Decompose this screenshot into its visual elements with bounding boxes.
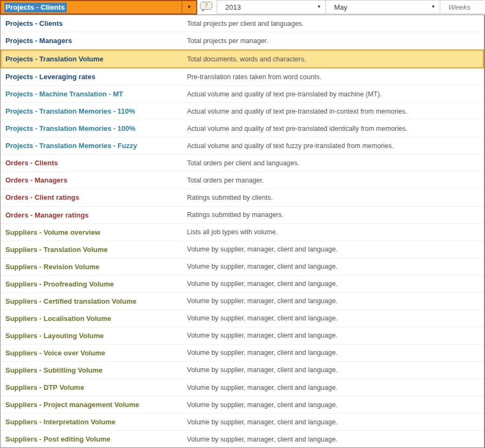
report-name: Projects - Managers — [5, 37, 187, 45]
report-picker-window: Projects - Clients ▼ ? 2013 ▼ May ▼ Week… — [0, 0, 485, 15]
report-description: Pre-translation rates taken from word co… — [187, 73, 321, 81]
year-dropdown[interactable]: 2013 ▼ — [217, 0, 326, 14]
report-dropdown-arrow-button[interactable]: ▼ — [182, 1, 196, 13]
list-item[interactable]: Suppliers - Project management VolumeVol… — [1, 396, 484, 414]
report-name: Suppliers - DTP Volume — [5, 383, 187, 391]
report-dropdown-selected-text: Projects - Clients — [4, 3, 67, 12]
report-description: Volume by supplier, manager, client and … — [187, 246, 337, 253]
report-description: Volume by supplier, manager, client and … — [187, 384, 337, 391]
month-dropdown[interactable]: May ▼ — [325, 0, 440, 14]
report-name: Suppliers - Post editing Volume — [5, 435, 187, 443]
toolbar: Projects - Clients ▼ ? 2013 ▼ May ▼ Week… — [0, 0, 485, 15]
report-name: Orders - Client ratings — [5, 193, 187, 201]
weeks-input-placeholder: Weeks — [448, 3, 470, 11]
list-item[interactable]: Suppliers - Volume overviewLists all job… — [1, 224, 484, 241]
report-description: Volume by supplier, manager, client and … — [187, 263, 337, 270]
report-name: Suppliers - Project management Volume — [5, 401, 187, 409]
report-list: Projects - ClientsTotal projects per cli… — [0, 15, 485, 448]
list-item[interactable]: Orders - Manager ratingsRatings submitte… — [1, 207, 484, 224]
report-name: Projects - Translation Memories - 100% — [5, 124, 187, 132]
report-description: Volume by supplier, manager, client and … — [187, 401, 337, 409]
report-description: Total orders per client and languages. — [187, 159, 299, 167]
report-dropdown-value: Projects - Clients — [1, 1, 182, 13]
report-name: Projects - Translation Memories - Fuzzy — [5, 142, 187, 150]
list-item[interactable]: Projects - Translation Memories - FuzzyA… — [1, 137, 484, 155]
month-dropdown-value: May — [334, 3, 348, 11]
report-name: Suppliers - Voice over Volume — [5, 349, 187, 357]
list-item[interactable]: Orders - ManagersTotal orders per manage… — [1, 172, 484, 189]
chevron-down-icon: ▼ — [317, 5, 321, 9]
report-description: Volume by supplier, manager, client and … — [187, 418, 337, 426]
report-description: Volume by supplier, manager, client and … — [187, 366, 337, 374]
report-description: Total orders per manager. — [187, 177, 264, 184]
report-description: Total documents, words and characters. — [187, 55, 306, 63]
list-item[interactable]: Suppliers - Subtitling VolumeVolume by s… — [1, 362, 484, 379]
report-name: Orders - Clients — [5, 159, 187, 167]
report-description: Volume by supplier, manager, client and … — [187, 332, 337, 339]
chevron-down-icon: ▼ — [431, 5, 435, 9]
list-item[interactable]: Projects - ClientsTotal projects per cli… — [1, 15, 484, 32]
report-description: Actual volume and quality of text pre-tr… — [187, 90, 382, 98]
weeks-input[interactable]: Weeks — [440, 0, 485, 14]
report-description: Lists all job types with volume. — [187, 228, 278, 236]
report-name: Suppliers - Volume overview — [5, 228, 187, 236]
report-name: Suppliers - Proofreading Volume — [5, 280, 187, 288]
report-name: Projects - Translation Memories - 110% — [5, 107, 187, 115]
report-name: Suppliers - Localisation Volume — [5, 314, 187, 323]
report-name: Suppliers - Certified translation Volume — [5, 297, 187, 305]
list-item[interactable]: Projects - Translation Memories - 110%Ac… — [1, 103, 484, 120]
list-item[interactable]: Suppliers - Translation VolumeVolume by … — [1, 241, 484, 258]
report-name: Orders - Manager ratings — [5, 211, 187, 219]
list-item[interactable]: Suppliers - Certified translation Volume… — [1, 293, 484, 310]
report-name: Suppliers - Interpretation Volume — [5, 418, 187, 426]
report-name: Projects - Clients — [5, 19, 187, 27]
help-icon[interactable]: ? — [200, 2, 212, 10]
list-item[interactable]: Projects - ManagersTotal projects per ma… — [1, 32, 484, 50]
report-description: Total projects per manager. — [187, 37, 268, 45]
report-name: Projects - Machine Translation - MT — [5, 90, 187, 98]
report-name: Suppliers - Subtitling Volume — [5, 366, 187, 374]
report-description: Volume by supplier, manager, client and … — [187, 436, 337, 443]
list-item[interactable]: Projects - Machine Translation - MTActua… — [1, 86, 484, 103]
list-item[interactable]: Orders - ClientsTotal orders per client … — [1, 155, 484, 172]
chevron-down-icon: ▼ — [187, 5, 192, 10]
report-name: Projects - Leveraging rates — [5, 73, 187, 81]
list-item[interactable]: Suppliers - Proofreading VolumeVolume by… — [1, 276, 484, 293]
report-name: Suppliers - Layouting Volume — [5, 332, 187, 340]
report-description: Ratings submitted by clients. — [187, 194, 273, 201]
report-description: Actual volume and quality of text fuzzy … — [187, 142, 394, 150]
report-description: Ratings submitted by managers. — [187, 211, 283, 219]
report-dropdown[interactable]: Projects - Clients ▼ — [0, 0, 197, 15]
list-item[interactable]: Suppliers - Localisation VolumeVolume by… — [1, 310, 484, 327]
list-item[interactable]: Projects - Translation VolumeTotal docum… — [1, 50, 484, 68]
list-item[interactable]: Suppliers - DTP VolumeVolume by supplier… — [1, 379, 484, 396]
list-item[interactable]: Suppliers - Interpretation VolumeVolume … — [1, 414, 484, 431]
list-item[interactable]: Orders - Client ratingsRatings submitted… — [1, 189, 484, 206]
report-name: Orders - Managers — [5, 176, 187, 184]
report-description: Total projects per client and languages. — [187, 20, 304, 27]
list-item[interactable]: Suppliers - Voice over VolumeVolume by s… — [1, 345, 484, 362]
list-item[interactable]: Suppliers - Post editing VolumeVolume by… — [1, 431, 484, 447]
report-description: Volume by supplier, manager, client and … — [187, 314, 337, 322]
report-name: Suppliers - Revision Volume — [5, 263, 187, 271]
report-name: Projects - Translation Volume — [5, 55, 187, 63]
year-dropdown-value: 2013 — [225, 3, 241, 11]
report-name: Suppliers - Translation Volume — [5, 246, 187, 254]
report-description: Volume by supplier, manager, client and … — [187, 297, 337, 305]
list-item[interactable]: Projects - Leveraging ratesPre-translati… — [1, 68, 484, 86]
report-description: Volume by supplier, manager, client and … — [187, 349, 337, 356]
list-item[interactable]: Suppliers - Revision VolumeVolume by sup… — [1, 258, 484, 276]
list-item[interactable]: Projects - Translation Memories - 100%Ac… — [1, 120, 484, 137]
report-description: Actual volume and quality of text pre-tr… — [187, 125, 407, 132]
report-description: Volume by supplier, manager, client and … — [187, 280, 337, 288]
list-item[interactable]: Suppliers - Layouting VolumeVolume by su… — [1, 327, 484, 345]
report-description: Actual volume and quality of text pre-tr… — [187, 108, 407, 115]
